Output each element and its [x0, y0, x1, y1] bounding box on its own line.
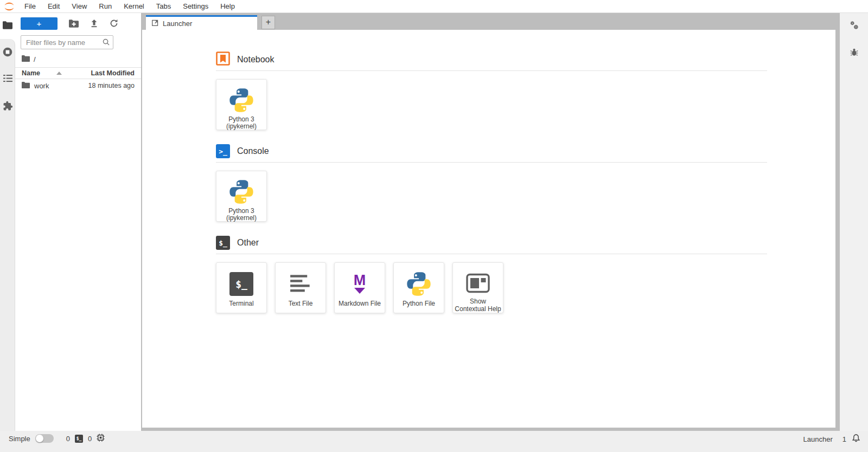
- menu-run[interactable]: Run: [93, 0, 118, 13]
- sidebar-tab-table-of-contents[interactable]: [0, 74, 15, 85]
- sessions-status[interactable]: 0 $_ 0: [66, 434, 105, 443]
- add-tab-button[interactable]: +: [261, 16, 275, 29]
- sort-ascending-icon[interactable]: [56, 72, 62, 75]
- jupyter-logo-icon: [0, 1, 18, 12]
- menu-settings[interactable]: Settings: [177, 0, 214, 13]
- bell-icon[interactable]: [852, 434, 860, 444]
- card-label: Show Contextual Help: [454, 298, 502, 313]
- markdown-icon: M: [354, 274, 366, 294]
- file-listing-header: Name Last Modified: [15, 67, 141, 79]
- file-browser-toolbar: +: [15, 13, 141, 34]
- card-label: Markdown File: [336, 300, 384, 307]
- tab-launcher[interactable]: Launcher: [146, 15, 257, 30]
- refresh-icon: [110, 19, 118, 28]
- sidebar-tab-file-browser[interactable]: [0, 21, 15, 31]
- left-sidebar-rail: [0, 13, 15, 431]
- menu-help[interactable]: Help: [214, 0, 241, 13]
- launcher-section-notebook: Notebook: [216, 53, 767, 130]
- menu-edit[interactable]: Edit: [42, 0, 66, 13]
- launcher-card-python-file[interactable]: Python File: [393, 262, 444, 313]
- text-file-icon: [290, 269, 311, 299]
- bug-icon: [850, 48, 858, 59]
- new-launcher-button[interactable]: +: [21, 17, 58, 30]
- upload-icon: [90, 19, 98, 28]
- upload-button[interactable]: [90, 19, 98, 28]
- simple-mode-label: Simple: [9, 435, 30, 443]
- menu-file[interactable]: File: [18, 0, 42, 13]
- python-icon: [227, 178, 256, 206]
- card-label: Text File: [277, 300, 324, 307]
- sidebar-tab-property-inspector[interactable]: [840, 21, 868, 32]
- launcher-card-show-contextual-help[interactable]: Show Contextual Help: [452, 262, 503, 313]
- sidebar-tab-extensions[interactable]: [0, 101, 15, 113]
- contextual-help-icon: [466, 269, 490, 296]
- python-icon: [405, 269, 433, 299]
- file-name: work: [34, 82, 49, 90]
- jupyterlab-app: File Edit View Run Kernel Tabs Settings …: [0, 0, 868, 452]
- column-header-last-modified[interactable]: Last Modified: [91, 69, 135, 77]
- launcher-tab-icon: [151, 19, 159, 28]
- launcher-card-notebook-python3[interactable]: Python 3 (ipykernel): [216, 79, 267, 130]
- current-activity-label: Launcher: [803, 435, 833, 443]
- status-bar: Simple 0 $_ 0 Launcher 1: [0, 431, 868, 452]
- left-rail-background: [0, 39, 15, 431]
- section-divider: [216, 254, 767, 254]
- terminal-status-icon: $_: [75, 435, 83, 443]
- python-icon: [227, 86, 256, 114]
- sidebar-tab-debugger[interactable]: [840, 48, 868, 59]
- refresh-button[interactable]: [110, 19, 118, 28]
- card-label: Terminal: [218, 300, 265, 307]
- section-divider: [216, 162, 767, 163]
- launcher-section-console: >_ Console: [216, 144, 767, 222]
- folder-icon: [22, 82, 30, 90]
- card-label: Python 3 (ipykernel): [218, 208, 265, 222]
- gears-icon: [850, 21, 859, 32]
- simple-mode-toggle[interactable]: [35, 434, 54, 443]
- launcher-card-markdown-file[interactable]: M Markdown File: [334, 262, 385, 313]
- launcher-card-console-python3[interactable]: Python 3 (ipykernel): [216, 171, 267, 222]
- launcher-card-text-file[interactable]: Text File: [275, 262, 326, 313]
- column-header-name[interactable]: Name: [22, 69, 40, 77]
- notebook-icon: [216, 51, 230, 68]
- launcher-card-terminal[interactable]: $_ Terminal: [216, 262, 267, 313]
- kernel-chip-icon: [97, 434, 105, 443]
- menu-tabs[interactable]: Tabs: [150, 0, 177, 13]
- breadcrumb-root[interactable]: /: [34, 55, 36, 63]
- file-browser-panel: + / Name Last Modified: [15, 13, 141, 431]
- terminal-section-icon: $_: [216, 236, 230, 250]
- dock-tab-bar: Launcher +: [141, 13, 840, 30]
- tab-label: Launcher: [163, 20, 192, 28]
- kernels-count: 0: [88, 435, 92, 443]
- launcher-panel: Notebook: [142, 30, 835, 428]
- folder-icon: [3, 21, 12, 31]
- folder-icon: [22, 55, 30, 63]
- file-row-work[interactable]: work 18 minutes ago: [15, 79, 141, 92]
- section-title: Notebook: [237, 55, 275, 64]
- new-folder-button[interactable]: [69, 20, 79, 28]
- menu-bar: File Edit View Run Kernel Tabs Settings …: [0, 0, 868, 13]
- menu-kernel[interactable]: Kernel: [118, 0, 150, 13]
- card-label: Python 3 (ipykernel): [218, 116, 265, 131]
- filter-files-input[interactable]: [21, 35, 113, 49]
- section-title: Other: [237, 238, 259, 248]
- console-icon: >_: [216, 144, 230, 158]
- menu-view[interactable]: View: [66, 0, 93, 13]
- file-last-modified: 18 minutes ago: [88, 82, 135, 89]
- sidebar-tab-running[interactable]: [0, 47, 15, 59]
- puzzle-extension-icon: [3, 101, 13, 113]
- section-title: Console: [237, 146, 269, 156]
- launcher-section-other: $_ Other $_ Terminal Text F: [216, 236, 767, 313]
- running-sessions-icon: [3, 47, 12, 59]
- right-sidebar-rail: [840, 13, 868, 431]
- toggle-knob: [36, 435, 43, 442]
- section-divider: [216, 70, 767, 71]
- notifications-count: 1: [843, 435, 846, 443]
- terminal-icon: $_: [229, 272, 253, 296]
- filter-files-box: [21, 35, 113, 49]
- table-of-contents-icon: [3, 74, 12, 85]
- terminals-count: 0: [66, 435, 70, 443]
- main-dock-panel: Launcher + Notebook: [141, 13, 840, 431]
- search-icon: [102, 38, 110, 48]
- breadcrumb[interactable]: /: [15, 51, 141, 67]
- card-label: Python File: [395, 300, 443, 307]
